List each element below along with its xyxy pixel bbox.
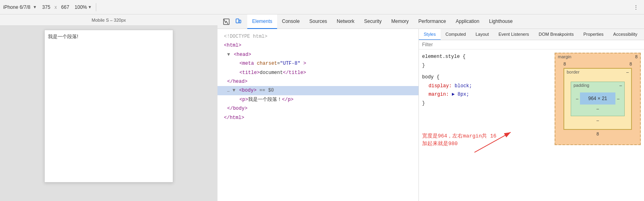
tab-memory[interactable]: Memory bbox=[386, 14, 413, 29]
margin-bottom-val: 8 bbox=[596, 131, 599, 136]
tab-elements-label: Elements bbox=[252, 18, 272, 24]
svg-rect-2 bbox=[239, 20, 241, 23]
css-rule-body: body { display: block; margin: ► 8px; } bbox=[422, 73, 548, 108]
tree-title[interactable]: <title>document</title> bbox=[217, 68, 418, 77]
page-text: 我是一个段落! bbox=[48, 34, 78, 39]
border-bottom-val: – bbox=[596, 118, 599, 123]
svg-rect-1 bbox=[236, 19, 239, 23]
padding-bottom-val: – bbox=[596, 106, 599, 111]
css-rule-element-style: element.style { } bbox=[422, 53, 548, 70]
styles-tab-properties[interactable]: Properties bbox=[578, 29, 608, 40]
box-model-margin: margin 8 8 8 border – bbox=[555, 53, 641, 145]
styles-content: element.style { } body { display: block; bbox=[419, 49, 551, 201]
inspect-element-button[interactable] bbox=[221, 16, 232, 27]
width-input[interactable] bbox=[39, 4, 53, 10]
chevron-down-icon: ▼ bbox=[33, 5, 37, 9]
border-label: border bbox=[567, 70, 580, 74]
margin-right-val: 8 bbox=[630, 62, 632, 66]
tab-application-label: Application bbox=[456, 18, 480, 24]
viewport-label: Mobile S – 320px bbox=[0, 14, 217, 26]
styles-tab-accessibility[interactable]: Accessibility bbox=[609, 29, 642, 40]
tab-sources[interactable]: Sources bbox=[304, 14, 332, 29]
margin-top-val: 8 bbox=[635, 54, 638, 59]
tree-head-close: </head> bbox=[217, 77, 418, 86]
tab-console[interactable]: Console bbox=[277, 14, 304, 29]
padding-right-val: – bbox=[617, 96, 619, 101]
main-container: Mobile S – 320px 我是一个段落! bbox=[0, 14, 644, 201]
tab-network[interactable]: Network bbox=[332, 14, 359, 29]
filter-input[interactable] bbox=[422, 42, 641, 47]
styles-tab-layout[interactable]: Layout bbox=[471, 29, 494, 40]
margin-label: margin bbox=[558, 54, 572, 59]
margin-left-val: 8 bbox=[563, 62, 566, 66]
tab-performance[interactable]: Performance bbox=[414, 14, 451, 29]
tab-application[interactable]: Application bbox=[451, 14, 485, 29]
tab-network-label: Network bbox=[337, 18, 354, 24]
annotation-area: 宽度是964，左右margin共 16 加起来就是980 bbox=[422, 132, 548, 148]
tab-security-label: Security bbox=[364, 18, 381, 24]
padding-left-val: – bbox=[576, 96, 578, 101]
viewport-panel: Mobile S – 320px 我是一个段落! bbox=[0, 14, 217, 201]
zoom-label: 100% bbox=[75, 4, 87, 10]
viewport-label-text: Mobile S – 320px bbox=[92, 18, 126, 23]
zoom-selector[interactable]: 100% ▼ bbox=[75, 4, 92, 10]
device-label: iPhone 6/7/8 bbox=[3, 4, 30, 10]
devtools-body: <!DOCTYPE html> <html> ▼ <head> <meta ch… bbox=[217, 29, 644, 201]
height-input[interactable] bbox=[58, 4, 72, 10]
styles-tab-event-listeners[interactable]: Event Listeners bbox=[494, 29, 534, 40]
tab-memory-label: Memory bbox=[391, 18, 408, 24]
tree-html-open: <html> bbox=[217, 41, 418, 50]
box-model-container: margin 8 8 8 border – bbox=[551, 49, 644, 201]
tab-console-label: Console bbox=[282, 18, 300, 24]
dimension-inputs: x bbox=[39, 4, 72, 10]
toolbar: iPhone 6/7/8 ▼ x 100% ▼ ⋮ bbox=[0, 0, 644, 14]
tab-elements[interactable]: Elements bbox=[247, 14, 277, 29]
tab-lighthouse[interactable]: Lighthouse bbox=[484, 14, 518, 29]
padding-label: padding bbox=[574, 83, 589, 88]
filter-bar bbox=[419, 40, 644, 49]
tree-html-close: </html> bbox=[217, 113, 418, 122]
tab-security[interactable]: Security bbox=[359, 14, 386, 29]
annotation-line2: 加起来就是980 bbox=[422, 141, 458, 147]
padding-val: – bbox=[619, 83, 622, 88]
toolbar-icons: ⋮ bbox=[631, 2, 641, 12]
styles-tab-dom-breakpoints[interactable]: DOM Breakpoints bbox=[534, 29, 579, 40]
more-icon: ⋮ bbox=[633, 4, 639, 10]
tree-meta[interactable]: <meta charset="UTF-8" > bbox=[217, 59, 418, 68]
styles-sub-tabs: Styles Computed Layout Event Listeners D… bbox=[419, 29, 644, 40]
separator bbox=[96, 3, 96, 11]
more-options-button[interactable]: ⋮ bbox=[631, 2, 641, 12]
border-val: – bbox=[626, 70, 629, 74]
box-model-content: 964 × 21 bbox=[580, 92, 615, 105]
device-selector[interactable]: iPhone 6/7/8 ▼ bbox=[3, 4, 37, 10]
x-separator: x bbox=[54, 4, 57, 10]
tab-performance-label: Performance bbox=[418, 18, 446, 24]
tab-lighthouse-label: Lighthouse bbox=[489, 18, 513, 24]
tab-sources-label: Sources bbox=[309, 18, 327, 24]
annotation-text: 宽度是964，左右margin共 16 加起来就是980 bbox=[422, 132, 548, 148]
devtools-panel: Elements Console Sources Network Securit… bbox=[217, 14, 644, 201]
mobile-frame: 我是一个段落! bbox=[44, 30, 173, 183]
viewport-content: 我是一个段落! bbox=[0, 26, 217, 201]
devtools-nav: Elements Console Sources Network Securit… bbox=[217, 14, 644, 29]
styles-tab-computed[interactable]: Computed bbox=[441, 29, 471, 40]
device-toggle-button[interactable] bbox=[233, 16, 244, 27]
content-dimensions: 964 × 21 bbox=[588, 96, 607, 101]
styles-tab-styles[interactable]: Styles bbox=[419, 29, 441, 40]
styles-body: element.style { } body { display: block; bbox=[419, 49, 644, 201]
annotation-line1: 宽度是964，左右margin共 16 bbox=[422, 133, 497, 139]
tree-body-close: </body> bbox=[217, 104, 418, 113]
nav-icons bbox=[221, 16, 244, 27]
styles-panel: Styles Computed Layout Event Listeners D… bbox=[418, 29, 644, 201]
tree-body[interactable]: … ▼ <body> == $0 bbox=[217, 86, 418, 95]
box-model-border: border – padding – – bbox=[563, 68, 632, 130]
tree-p[interactable]: <p>我是一个段落！</p> bbox=[217, 95, 418, 104]
tree-doctype: <!DOCTYPE html> bbox=[217, 32, 418, 41]
html-tree[interactable]: <!DOCTYPE html> <html> ▼ <head> <meta ch… bbox=[217, 29, 418, 201]
tree-head-open[interactable]: ▼ <head> bbox=[217, 50, 418, 59]
chevron-down-icon: ▼ bbox=[88, 5, 92, 9]
box-model-padding: padding – – 964 × 21 – bbox=[571, 82, 625, 116]
